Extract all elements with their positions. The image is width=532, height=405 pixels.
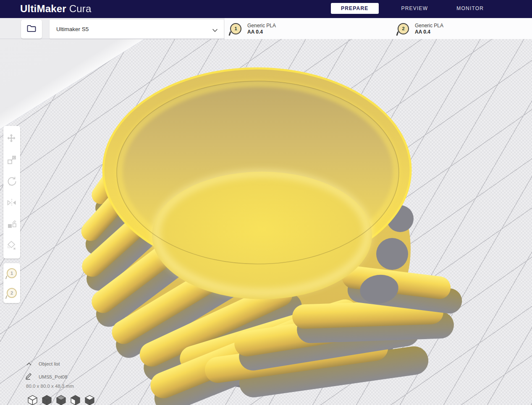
extruder-1-button-icon: 1	[7, 268, 17, 278]
mirror-icon	[6, 197, 17, 210]
chevron-down-icon	[212, 26, 218, 34]
view-front-view-icon	[41, 400, 52, 405]
rotate-icon	[6, 176, 17, 188]
move-icon	[6, 133, 17, 146]
view-3d-icon	[27, 400, 38, 405]
camera-view-presets	[27, 395, 95, 405]
extruder-1-config[interactable]: 1 Generic PLA AA 0.4	[230, 18, 276, 39]
per-model-settings-icon	[6, 219, 17, 231]
stage-tabs: PREPARE PREVIEW MONITOR	[331, 3, 490, 14]
view-top-view-icon	[55, 400, 67, 405]
logo-cura: Cura	[69, 3, 92, 14]
app-logo: UltiMaker Cura	[20, 3, 92, 15]
view-front-button[interactable]	[41, 395, 52, 405]
extruder-strip: 1 Generic PLA AA 0.4 2 Generic PLA AA 0.…	[225, 18, 532, 39]
extruder-2-select-button[interactable]: 2	[3, 283, 20, 303]
scale-tool-button[interactable]	[3, 150, 20, 171]
logo-ultimaker: UltiMaker	[20, 3, 66, 14]
open-file-button[interactable]	[21, 20, 42, 39]
folder-icon	[26, 24, 37, 35]
view-right-view-icon	[84, 400, 95, 405]
extruder-2-nozzle: AA 0.4	[415, 29, 443, 35]
extruder-2-button-icon: 2	[7, 288, 17, 298]
printer-selector[interactable]: Ultimaker S5	[50, 20, 224, 39]
extruder-1-icon: 1	[230, 23, 241, 34]
model-dimensions: 80.0 x 80.0 x 48.3 mm	[26, 384, 74, 389]
support-blocker-icon	[6, 240, 17, 253]
move-tool-button[interactable]	[3, 128, 20, 150]
tab-prepare[interactable]: PREPARE	[331, 3, 379, 14]
chevron-up-icon	[26, 360, 32, 368]
scale-icon	[6, 154, 17, 167]
extruder-1-select-button[interactable]: 1	[3, 263, 20, 283]
view-top-button[interactable]	[55, 395, 67, 405]
extruder-1-nozzle: AA 0.4	[247, 29, 276, 35]
rotate-tool-button[interactable]	[3, 171, 20, 193]
support-blocker-button[interactable]	[3, 235, 20, 257]
mirror-tool-button[interactable]	[3, 193, 20, 214]
config-bar: Ultimaker S5 1 Generic PLA AA 0.4 2 Gene…	[0, 18, 532, 39]
tab-monitor[interactable]: MONITOR	[451, 3, 490, 14]
model-name-row[interactable]: UMS5_Pot08	[24, 372, 67, 382]
app-header: UltiMaker Cura PREPARE PREVIEW MONITOR	[0, 0, 532, 18]
model-scene	[0, 39, 532, 405]
view-right-button[interactable]	[84, 395, 95, 405]
tab-preview[interactable]: PREVIEW	[396, 3, 434, 14]
printer-name: Ultimaker S5	[56, 26, 89, 32]
model-pot[interactable]	[77, 68, 464, 405]
extruder-2-icon: 2	[398, 23, 409, 34]
extruder-1-material: Generic PLA	[247, 23, 276, 29]
viewport-3d[interactable]	[0, 39, 532, 405]
extruder-2-config[interactable]: 2 Generic PLA AA 0.4	[398, 18, 443, 39]
edit-toolbar	[3, 126, 20, 259]
object-list-toggle[interactable]: Object list	[26, 360, 60, 368]
per-model-settings-button[interactable]	[3, 214, 20, 235]
view-left-view-icon	[70, 400, 81, 405]
view-3d-button[interactable]	[27, 395, 38, 405]
extruder-select-toolbar: 1 2	[3, 263, 20, 303]
object-list-label: Object list	[39, 361, 60, 366]
rename-pencil-icon	[24, 372, 33, 382]
model-name: UMS5_Pot08	[39, 374, 67, 379]
view-left-button[interactable]	[70, 395, 81, 405]
extruder-2-material: Generic PLA	[415, 23, 443, 29]
